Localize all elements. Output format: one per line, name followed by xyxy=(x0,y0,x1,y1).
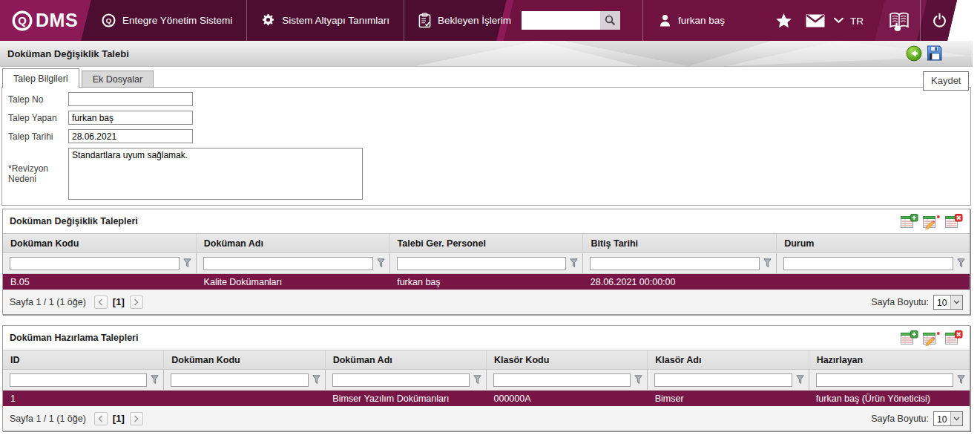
qdms-logo[interactable]: Q DMS xyxy=(12,0,78,41)
pagination-prev-button[interactable] xyxy=(94,296,108,309)
column-filter-input[interactable] xyxy=(590,257,760,270)
table-cell: B.05 xyxy=(3,277,197,287)
pagination-current-page[interactable]: [1] xyxy=(113,296,125,307)
clipboard-check-icon xyxy=(418,13,431,28)
column-header[interactable]: Klasör Adı xyxy=(647,350,808,369)
column-filter-input[interactable] xyxy=(171,373,308,387)
search-button[interactable] xyxy=(600,11,620,30)
person-icon xyxy=(660,14,671,27)
column-filter-input[interactable] xyxy=(10,373,147,387)
talep-tarihi-input[interactable] xyxy=(68,129,193,143)
language-selector[interactable]: TR xyxy=(834,15,864,26)
messages-envelope-icon[interactable] xyxy=(806,14,825,27)
add-record-icon[interactable] xyxy=(900,330,918,346)
delete-record-icon[interactable] xyxy=(944,330,963,346)
save-button[interactable] xyxy=(927,45,942,62)
section-title: Doküman Hazırlama Talepleri xyxy=(10,333,138,343)
grid-pagination-bar: Sayfa 1 / 1 (1 öğe) [1] Sayfa Boyutu: 10 xyxy=(3,406,970,431)
talep-no-input[interactable] xyxy=(68,92,193,106)
column-filter-input[interactable] xyxy=(654,373,792,387)
pagination-next-button[interactable] xyxy=(130,296,143,309)
table-row[interactable]: 1Bimser Yazılım Dokümanları000000ABimser… xyxy=(3,391,970,406)
filter-funnel-icon[interactable] xyxy=(183,258,191,268)
menu-item-label: Entegre Yönetim Sistemi xyxy=(122,15,232,26)
column-header[interactable]: Doküman Kodu xyxy=(163,350,324,369)
column-header[interactable]: ID xyxy=(3,350,163,369)
filter-funnel-icon[interactable] xyxy=(796,375,804,385)
page-size-label: Sayfa Boyutu: xyxy=(871,297,929,307)
column-header[interactable]: Talebi Ger. Personel xyxy=(389,234,583,252)
add-record-icon[interactable] xyxy=(900,214,918,229)
filter-funnel-icon[interactable] xyxy=(312,375,320,385)
table-row[interactable]: B.05Kalite Dokümanlarıfurkan baş28.06.20… xyxy=(3,274,970,290)
select-chevron-icon xyxy=(950,412,962,425)
column-filter-input[interactable] xyxy=(203,257,373,270)
edit-record-icon[interactable] xyxy=(922,330,941,346)
filter-funnel-icon[interactable] xyxy=(473,375,481,385)
filter-funnel-icon[interactable] xyxy=(634,375,642,385)
column-filter-input[interactable] xyxy=(332,373,470,387)
column-filter-input[interactable] xyxy=(397,257,567,270)
talep-yapan-input[interactable] xyxy=(68,111,193,125)
grid-header-row: IDDoküman KoduDoküman AdıKlasör KoduKlas… xyxy=(3,350,970,370)
column-filter-input[interactable] xyxy=(10,257,180,270)
column-header[interactable]: Doküman Kodu xyxy=(3,234,196,252)
page-size-select[interactable]: 10 xyxy=(933,411,963,426)
chevron-down-icon xyxy=(834,18,843,24)
favorites-star-icon[interactable] xyxy=(776,13,792,28)
table-cell: 28.06.2021 00:00:00 xyxy=(583,277,777,287)
column-header[interactable]: Hazırlayan xyxy=(809,350,970,369)
language-code: TR xyxy=(850,15,864,26)
menu-item-sistem-altyapi-tanimlari[interactable]: Sistem Altyapı Tanımları xyxy=(246,0,404,41)
pagination-prev-button[interactable] xyxy=(94,412,108,425)
filter-funnel-icon[interactable] xyxy=(763,258,772,268)
column-header[interactable]: Durum xyxy=(776,234,970,252)
tab-talep-bilgileri[interactable]: Talep Bilgileri xyxy=(2,68,79,88)
logout-power-icon[interactable] xyxy=(932,13,947,28)
user-menu[interactable]: furkan baş xyxy=(660,0,725,41)
page-size-select[interactable]: 10 xyxy=(933,295,963,310)
column-header[interactable]: Bitiş Tarihi xyxy=(582,234,776,252)
back-button[interactable] xyxy=(906,45,922,62)
menu-item-label: Sistem Altyapı Tanımları xyxy=(282,15,389,26)
filter-funnel-icon[interactable] xyxy=(957,375,965,385)
filter-funnel-icon[interactable] xyxy=(377,258,385,268)
request-form-panel: Talep No Talep Yapan Talep Tarihi *Reviz… xyxy=(1,87,971,206)
column-header[interactable]: Klasör Kodu xyxy=(486,350,647,369)
column-filter-input[interactable] xyxy=(493,373,631,387)
nav-divider xyxy=(642,0,643,41)
tab-label: Ek Dosyalar xyxy=(93,74,142,85)
field-label-revizyon-nedeni: *Revizyon Nedeni xyxy=(8,163,68,184)
top-navigation-bar: Q DMS Q Entegre Yönetim Sistemi Sistem A… xyxy=(0,0,980,41)
revizyon-nedeni-textarea[interactable]: Standartlara uyum sağlamak. xyxy=(68,148,363,200)
pagination-info: Sayfa 1 / 1 (1 öğe) xyxy=(10,297,86,307)
column-header[interactable]: Doküman Adı xyxy=(325,350,486,369)
column-filter-input[interactable] xyxy=(783,257,953,270)
edit-record-icon[interactable] xyxy=(922,214,941,229)
column-filter-input[interactable] xyxy=(816,373,953,387)
filter-cell xyxy=(647,370,808,390)
nav-divider xyxy=(920,0,921,41)
filter-cell xyxy=(163,370,324,390)
select-chevron-icon xyxy=(950,296,962,309)
pagination-next-button[interactable] xyxy=(130,412,143,425)
filter-cell xyxy=(809,370,970,390)
filter-funnel-icon[interactable] xyxy=(957,258,965,268)
table-cell: 000000A xyxy=(487,394,648,404)
user-manual-book-icon[interactable] xyxy=(887,10,911,31)
filter-funnel-icon[interactable] xyxy=(570,258,578,268)
svg-text:Q: Q xyxy=(18,15,26,27)
delete-record-icon[interactable] xyxy=(944,214,963,229)
logo-text: DMS xyxy=(36,10,78,31)
filter-funnel-icon[interactable] xyxy=(151,375,159,385)
grid-section: Doküman Hazırlama Talepleri xyxy=(2,325,970,431)
pagination-current-page[interactable]: [1] xyxy=(113,413,125,424)
menu-item-bekleyen-islerim[interactable]: Bekleyen İşlerim xyxy=(404,0,525,41)
filter-cell xyxy=(776,253,970,273)
search-input[interactable] xyxy=(522,11,600,30)
grid-filter-row xyxy=(3,253,970,274)
column-header[interactable]: Doküman Adı xyxy=(196,234,389,252)
tab-ek-dosyalar[interactable]: Ek Dosyalar xyxy=(82,71,154,87)
table-cell: Bimser Yazılım Dokümanları xyxy=(325,394,486,404)
menu-item-entegre-yonetim-sistemi[interactable]: Q Entegre Yönetim Sistemi xyxy=(88,0,246,41)
